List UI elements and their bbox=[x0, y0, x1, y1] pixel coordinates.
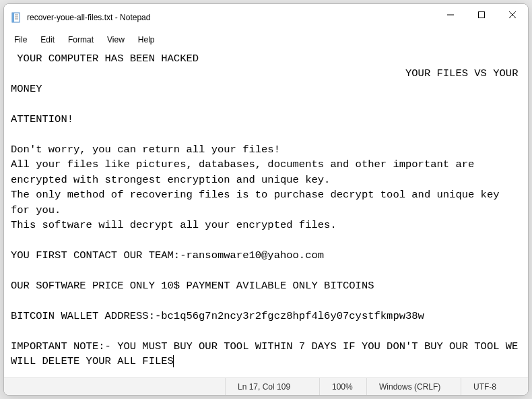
window-title: recover-youe-all-files.txt - Notepad bbox=[27, 13, 150, 22]
text-area[interactable]: YOUR COMPUTER HAS BEEN HACKED YOUR FILES… bbox=[4, 49, 528, 377]
status-bar: Ln 17, Col 109 100% Windows (CRLF) UTF-8 bbox=[4, 377, 528, 395]
menu-format[interactable]: Format bbox=[62, 33, 100, 47]
svg-rect-4 bbox=[12, 13, 14, 22]
minimize-button[interactable] bbox=[435, 4, 466, 26]
title-bar[interactable]: recover-youe-all-files.txt - Notepad bbox=[4, 4, 528, 31]
window-controls bbox=[435, 4, 528, 31]
menu-bar: File Edit Format View Help bbox=[4, 31, 528, 49]
document-text: YOUR COMPUTER HAS BEEN HACKED YOUR FILES… bbox=[11, 53, 525, 367]
close-button[interactable] bbox=[497, 4, 528, 26]
status-encoding: UTF-8 bbox=[461, 378, 528, 395]
status-zoom: 100% bbox=[319, 378, 366, 395]
maximize-button[interactable] bbox=[466, 4, 497, 26]
menu-edit[interactable]: Edit bbox=[34, 33, 61, 47]
status-line-ending: Windows (CRLF) bbox=[366, 378, 461, 395]
notepad-window: P recover-youe-all-files.txt - Notepad bbox=[3, 3, 529, 396]
menu-help[interactable]: Help bbox=[132, 33, 161, 47]
status-position: Ln 17, Col 109 bbox=[225, 378, 319, 395]
menu-view[interactable]: View bbox=[101, 33, 131, 47]
text-caret bbox=[173, 355, 174, 367]
notepad-app-icon bbox=[11, 12, 22, 23]
menu-file[interactable]: File bbox=[8, 33, 33, 47]
svg-rect-9 bbox=[479, 12, 485, 18]
